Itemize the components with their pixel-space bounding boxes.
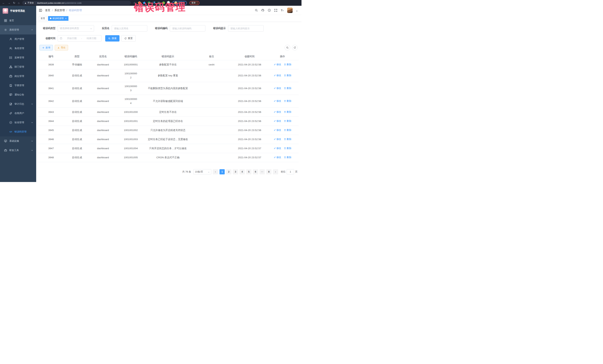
page-button[interactable]: 6 xyxy=(253,169,258,174)
delete-button[interactable]: 删除 xyxy=(284,119,291,123)
chevron-down-icon[interactable] xyxy=(296,10,298,11)
delete-button[interactable]: 删除 xyxy=(284,73,291,77)
table-row: 3945自动生成dashboard1001001002只允许修改为开启或者关闭状… xyxy=(38,126,299,135)
sidebar-item[interactable]: 字典管理 xyxy=(0,81,36,90)
chevron-up-icon xyxy=(31,29,33,31)
page-button[interactable]: 1 xyxy=(220,169,225,174)
tag-view-item[interactable]: 错误码管理× xyxy=(48,16,69,21)
edit-button[interactable]: 修改 xyxy=(274,99,281,103)
delete-button[interactable]: 删除 xyxy=(284,128,291,132)
font-size-icon[interactable]: TT xyxy=(281,9,284,12)
chevron-down-icon xyxy=(208,171,210,173)
tag-view-item[interactable]: 首页 xyxy=(39,16,47,21)
browser-menu-icon[interactable] xyxy=(197,2,197,4)
page-button[interactable]: 5 xyxy=(246,169,251,174)
sidebar-item[interactable]: 用户管理 xyxy=(0,34,36,44)
sidebar-item[interactable]: 菜单管理 xyxy=(0,53,36,62)
sidebar-item[interactable]: 错误码管理 xyxy=(0,127,36,136)
delete-button[interactable]: 删除 xyxy=(284,62,291,66)
edit-button[interactable]: 修改 xyxy=(274,110,281,114)
delete-button[interactable]: 删除 xyxy=(284,99,291,103)
home-icon[interactable]: ⌂ xyxy=(18,1,20,4)
help-icon[interactable]: ? xyxy=(268,9,271,12)
breadcrumb-item[interactable]: 系统管理 xyxy=(54,9,65,12)
sidebar-item[interactable]: 基础设施 xyxy=(0,136,36,146)
sidebar-item[interactable]: 审计日志 xyxy=(0,99,36,109)
cell-hint: 定时任务不存在 xyxy=(146,108,190,117)
sidebar-item[interactable]: 岗位管理 xyxy=(0,72,36,81)
error-hint-input[interactable] xyxy=(231,27,261,30)
cell-app: dashboard xyxy=(90,95,116,108)
fullscreen-icon[interactable] xyxy=(274,9,277,12)
page-button[interactable]: 3 xyxy=(233,169,238,174)
page-button[interactable]: 4 xyxy=(240,169,245,174)
next-page-button[interactable]: › xyxy=(273,169,278,174)
user-avatar[interactable] xyxy=(287,8,293,13)
goto-label: 前往 xyxy=(281,170,286,174)
edit-button[interactable]: 修改 xyxy=(274,86,281,90)
sidebar-item-label: 研发工具 xyxy=(9,149,29,152)
app-logo[interactable]: 芋道管理系统 xyxy=(0,6,36,16)
not-secure-warning[interactable]: ▲不安全 xyxy=(24,1,34,4)
sidebar-item[interactable]: 通知公告 xyxy=(0,90,36,99)
sidebar-item[interactable]: 首页 xyxy=(0,16,36,25)
edit-button[interactable]: 修改 xyxy=(274,62,281,66)
cell-actions: 修改删除 xyxy=(266,117,299,126)
edit-button[interactable]: 修改 xyxy=(274,146,281,150)
delete-button[interactable]: 删除 xyxy=(284,137,291,141)
back-icon[interactable]: ← xyxy=(2,1,5,4)
reload-icon[interactable]: ↻ xyxy=(13,1,15,4)
page-size-select[interactable]: 10条/页 xyxy=(193,169,211,174)
forward-icon[interactable]: → xyxy=(8,1,10,4)
prev-page-button[interactable]: ‹ xyxy=(213,169,218,174)
browser-update-button[interactable]: 更新 xyxy=(189,1,199,5)
sidebar-item-label: 基础设施 xyxy=(9,139,29,143)
add-button[interactable]: 新增 xyxy=(39,45,53,50)
github-icon[interactable] xyxy=(261,9,264,12)
delete-button[interactable]: 删除 xyxy=(284,86,291,90)
search-button[interactable]: 搜索 xyxy=(105,35,119,42)
cell-time: 2021-04-20 23:52:56 xyxy=(233,135,266,144)
search-icon[interactable] xyxy=(255,9,258,12)
sidebar-item[interactable]: 研发工具 xyxy=(0,146,36,155)
delete-button[interactable]: 删除 xyxy=(284,146,291,150)
close-icon[interactable]: × xyxy=(65,17,67,20)
sidebar-item[interactable]: 角色管理 xyxy=(0,44,36,53)
toggle-search-button[interactable] xyxy=(285,45,290,50)
reset-button[interactable]: 重置 xyxy=(121,35,136,42)
cell-time: 2021-04-20 23:52:56 xyxy=(233,82,266,95)
page-ellipsis-button[interactable]: ··· xyxy=(260,169,265,174)
warning-icon: ▲ xyxy=(24,2,26,4)
cell-remark xyxy=(190,144,233,153)
column-header: 备注 xyxy=(190,53,233,60)
dict-icon xyxy=(9,84,12,87)
date-range-picker[interactable]: 开始日期 - 结束日期 xyxy=(58,35,102,42)
sidebar-item[interactable]: 系统管理 xyxy=(0,25,36,34)
edit-button[interactable]: 修改 xyxy=(274,137,281,141)
page-button[interactable]: 8 xyxy=(266,169,271,174)
edit-button[interactable]: 修改 xyxy=(274,119,281,123)
sidebar-item[interactable]: 在线用户 xyxy=(0,109,36,118)
cell-actions: 修改删除 xyxy=(266,82,299,95)
sidebar-item[interactable]: 部门管理 xyxy=(0,62,36,72)
hamburger-icon[interactable] xyxy=(39,9,42,12)
delete-button[interactable]: 删除 xyxy=(284,155,291,159)
breadcrumb-item[interactable]: 首页 xyxy=(45,9,50,12)
delete-button[interactable]: 删除 xyxy=(284,110,291,114)
cell-time: 2021-04-20 23:52:56 xyxy=(233,117,266,126)
app-name-input[interactable] xyxy=(114,27,145,30)
refresh-button[interactable] xyxy=(292,45,298,50)
edit-button[interactable]: 修改 xyxy=(274,155,281,159)
address-bar[interactable]: ▲不安全 dashboard.yudao.iocoder.cn/system/e… xyxy=(22,1,131,5)
export-button[interactable]: 导出 xyxy=(55,45,68,50)
page-button[interactable]: 2 xyxy=(226,169,231,174)
cell-hint: 定时任务已经处于该状态，无需修改 xyxy=(146,135,190,144)
edit-button[interactable]: 修改 xyxy=(274,128,281,132)
goto-page-input[interactable] xyxy=(287,169,294,174)
sidebar-item[interactable]: 短信管理 xyxy=(0,118,36,127)
error-code-input[interactable] xyxy=(172,27,203,30)
edit-button[interactable]: 修改 xyxy=(274,73,281,77)
error-type-select[interactable]: 请选择错误码类型 xyxy=(58,25,94,32)
tag-label: 错误码管理 xyxy=(53,17,64,20)
cell-app: dashboard xyxy=(90,144,116,153)
